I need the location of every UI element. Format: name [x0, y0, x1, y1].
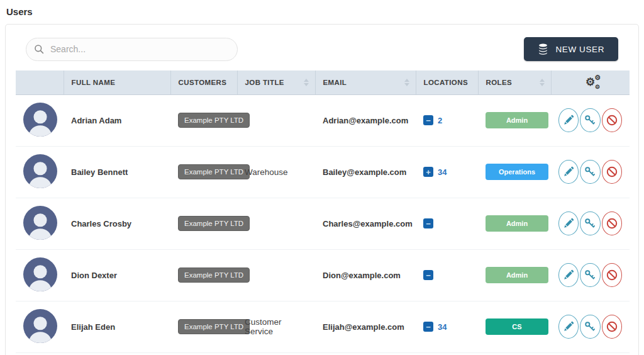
sort-icon[interactable]	[540, 79, 545, 86]
user-password-button[interactable]	[580, 263, 600, 287]
user-full-name: Bailey Bennett	[71, 167, 128, 177]
locations-count: 2	[438, 116, 442, 125]
column-header-job-title[interactable]: JOB TITLE	[237, 70, 315, 94]
locations-count: 34	[438, 167, 447, 177]
column-header-actions[interactable]: ⚙⚙⚙	[551, 70, 630, 94]
avatar	[23, 309, 57, 343]
cogs-icon: ⚙⚙⚙	[586, 77, 596, 87]
edit-user-button[interactable]	[558, 263, 579, 287]
user-full-name: Adrian Adam	[71, 116, 121, 125]
locations-toggle-icon[interactable]: −	[423, 218, 433, 228]
user-full-name: Dion Dexter	[71, 271, 117, 280]
users-table: FULL NAME CUSTOMERS JOB TITLE EMAIL LOCA…	[16, 70, 630, 353]
user-email: Adrian@example.com	[323, 116, 408, 125]
key-icon	[584, 166, 596, 178]
edit-user-button[interactable]	[558, 315, 579, 339]
users-panel: NEW USER FULL NAME CUSTOMERS JOB TITLE E…	[5, 24, 639, 355]
search-box[interactable]	[26, 38, 238, 61]
edit-user-button[interactable]	[558, 160, 579, 184]
page-title: Users	[6, 6, 644, 17]
ban-icon	[606, 320, 618, 333]
new-user-button-label: NEW USER	[555, 45, 604, 54]
user-password-button[interactable]	[580, 160, 600, 184]
table-row: Charles Crosby Example PTY LTD Charles@e…	[16, 198, 630, 249]
role-badge: Admin	[486, 112, 548, 128]
user-password-button[interactable]	[580, 315, 600, 339]
search-input[interactable]	[49, 43, 230, 55]
sort-icon[interactable]	[304, 79, 309, 86]
locations-toggle-icon[interactable]: −	[423, 270, 433, 280]
job-title: Customer Service	[245, 317, 282, 336]
column-header-full-name: FULL NAME	[64, 70, 170, 94]
disable-user-button[interactable]	[602, 108, 622, 132]
job-title: Warehouse	[245, 167, 288, 177]
ban-icon	[606, 217, 618, 230]
disable-user-button[interactable]	[602, 315, 622, 339]
table-row: Adrian Adam Example PTY LTD Adrian@examp…	[16, 94, 630, 146]
ban-icon	[606, 166, 618, 178]
avatar	[23, 103, 57, 137]
key-icon	[584, 269, 596, 281]
role-badge: Admin	[486, 215, 548, 232]
column-header-customers: CUSTOMERS	[170, 70, 237, 94]
search-icon	[34, 44, 44, 54]
user-email: Bailey@example.com	[323, 167, 406, 177]
column-header-email[interactable]: EMAIL	[315, 70, 416, 94]
avatar	[23, 154, 57, 188]
edit-user-button[interactable]	[558, 211, 579, 235]
table-row: Bailey Bennett Example PTY LTD Warehouse…	[16, 146, 630, 198]
edit-user-button[interactable]	[558, 108, 579, 132]
user-password-button[interactable]	[580, 108, 600, 132]
user-full-name: Elijah Eden	[71, 322, 115, 332]
customer-badge: Example PTY LTD	[178, 319, 250, 334]
role-badge: Admin	[486, 267, 548, 283]
user-full-name: Charles Crosby	[71, 219, 131, 228]
locations-toggle-icon[interactable]: −	[423, 115, 433, 125]
user-password-button[interactable]	[580, 211, 600, 235]
customer-badge: Example PTY LTD	[178, 216, 250, 231]
locations-count: 34	[438, 322, 447, 332]
disable-user-button[interactable]	[602, 160, 622, 184]
locations-toggle-icon[interactable]: +	[423, 167, 433, 177]
customer-badge: Example PTY LTD	[178, 268, 250, 283]
table-header-row: FULL NAME CUSTOMERS JOB TITLE EMAIL LOCA…	[16, 70, 630, 94]
new-user-button[interactable]: NEW USER	[524, 37, 618, 61]
column-header-avatar	[16, 70, 64, 94]
table-row: Dion Dexter Example PTY LTD Dion@example…	[16, 249, 630, 301]
role-badge: Operations	[486, 164, 548, 180]
avatar	[23, 257, 57, 291]
sort-icon[interactable]	[404, 79, 409, 86]
pencil-icon	[562, 114, 575, 127]
column-header-label: ROLES	[486, 79, 513, 86]
column-header-label: EMAIL	[323, 79, 347, 86]
toolbar: NEW USER	[16, 35, 628, 70]
pencil-icon	[562, 320, 575, 333]
column-header-locations: LOCATIONS	[416, 70, 478, 94]
pencil-icon	[562, 269, 575, 281]
table-row: Elijah Eden Example PTY LTD Customer Ser…	[16, 301, 630, 352]
locations-toggle-icon[interactable]: −	[423, 322, 433, 332]
user-email: Charles@example.com	[323, 219, 413, 228]
user-email: Elijah@example.com	[323, 322, 404, 332]
customer-badge: Example PTY LTD	[178, 164, 250, 179]
disable-user-button[interactable]	[602, 211, 622, 235]
ban-icon	[606, 114, 618, 127]
disable-user-button[interactable]	[602, 263, 622, 287]
key-icon	[584, 217, 596, 230]
database-icon	[538, 43, 548, 55]
key-icon	[584, 320, 596, 333]
pencil-icon	[562, 166, 575, 178]
avatar	[23, 206, 57, 240]
column-header-roles[interactable]: ROLES	[478, 70, 551, 94]
pencil-icon	[562, 217, 575, 230]
user-email: Dion@example.com	[323, 271, 401, 280]
ban-icon	[606, 269, 618, 281]
key-icon	[584, 114, 596, 127]
customer-badge: Example PTY LTD	[178, 113, 250, 128]
column-header-label: JOB TITLE	[245, 79, 284, 86]
role-badge: CS	[486, 318, 548, 335]
